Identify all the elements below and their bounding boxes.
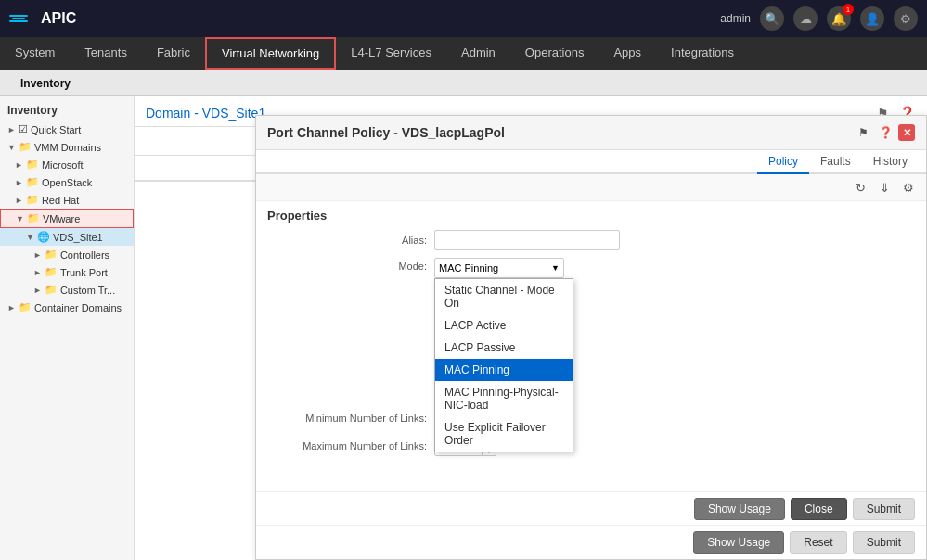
settings-icon[interactable]: ⚙ xyxy=(894,6,918,31)
apic-title: APIC xyxy=(41,10,76,27)
modal-footer-1: Show Usage Close Submit xyxy=(256,491,926,526)
menu-virtual-networking[interactable]: Virtual Networking xyxy=(205,37,336,70)
alias-input[interactable] xyxy=(434,230,620,250)
search-icon[interactable]: 🔍 xyxy=(760,6,784,31)
notification-badge: 1 xyxy=(843,4,854,15)
menu-integrations[interactable]: Integrations xyxy=(656,37,749,70)
bell-icon[interactable]: 🔔 1 xyxy=(827,6,851,31)
globe-icon: 🌐 xyxy=(37,231,50,243)
chevron-right-icon: ► xyxy=(15,196,23,205)
admin-username: admin xyxy=(720,12,751,25)
dropdown-item-lacp-passive[interactable]: LACP Passive xyxy=(435,337,573,359)
modal-overlay: Port Channel Policy - VDS_lacpLagPol ⚑ ❓… xyxy=(135,96,927,560)
main-layout: Inventory ► ☑ Quick Start ▼ 📁 VMM Domain… xyxy=(0,96,927,560)
modal-close-button[interactable]: ✕ xyxy=(898,124,915,141)
menu-fabric[interactable]: Fabric xyxy=(142,37,205,70)
sidebar-vmware[interactable]: ▼ 📁 VMware xyxy=(0,209,134,228)
nav-user-area: admin 🔍 ☁ 🔔 1 👤 ⚙ xyxy=(720,6,918,31)
show-usage-button-1[interactable]: Show Usage xyxy=(694,498,785,520)
cisco-logo xyxy=(9,15,28,22)
download-icon[interactable]: ⇓ xyxy=(874,177,895,197)
sidebar-vmm-domains[interactable]: ▼ 📁 VMM Domains xyxy=(0,138,134,156)
modal-title: Port Channel Policy - VDS_lacpLagPol xyxy=(267,125,505,140)
chevron-right-icon: ► xyxy=(33,286,42,295)
chevron-right-icon: ► xyxy=(7,303,16,312)
select-arrow-icon: ▼ xyxy=(551,263,560,273)
mode-select[interactable]: MAC Pinning ▼ xyxy=(434,258,564,278)
submit-button-1[interactable]: Submit xyxy=(853,498,915,520)
max-links-label: Maximum Number of Links: xyxy=(267,440,434,452)
folder-icon: 📁 xyxy=(26,194,39,206)
chevron-right-icon: ► xyxy=(33,250,42,260)
menu-system[interactable]: System xyxy=(0,37,70,70)
max-links-row: Maximum Number of Links: ▲ ▼ PC xyxy=(267,436,915,456)
dropdown-item-static-channel[interactable]: Static Channel - Mode On xyxy=(435,279,573,314)
folder-icon: 📁 xyxy=(45,266,58,278)
modal-toolbar: ↻ ⇓ ⚙ xyxy=(256,174,926,201)
chevron-right-icon: ► xyxy=(15,178,23,187)
menu-bar: System Tenants Fabric Virtual Networking… xyxy=(0,37,927,70)
dropdown-item-lacp-active[interactable]: LACP Active xyxy=(435,314,573,337)
modal-header: Port Channel Policy - VDS_lacpLagPol ⚑ ❓… xyxy=(256,116,926,150)
cloud-icon[interactable]: ☁ xyxy=(793,6,818,31)
mode-row: Mode: MAC Pinning ▼ Static Channel - Mod… xyxy=(267,258,915,278)
sidebar-vds-site1[interactable]: ▼ 🌐 VDS_Site1 xyxy=(0,228,134,246)
dropdown-item-mac-pinning-nic[interactable]: MAC Pinning-Physical-NIC-load xyxy=(435,381,573,416)
modal-help-icon[interactable]: ❓ xyxy=(876,123,895,142)
submenu-inventory[interactable]: Inventory xyxy=(9,70,82,95)
properties-section: Properties Alias: Mode: MAC Pinning xyxy=(256,201,926,471)
modal-tab-history[interactable]: History xyxy=(862,150,919,174)
sidebar-trunk-port[interactable]: ► 📁 Trunk Port xyxy=(0,263,134,281)
settings-icon[interactable]: ⚙ xyxy=(898,177,919,197)
dropdown-item-mac-pinning[interactable]: MAC Pinning xyxy=(435,359,573,381)
menu-tenants[interactable]: Tenants xyxy=(70,37,142,70)
quick-start-icon: ☑ xyxy=(19,123,28,135)
chevron-down-icon: ▼ xyxy=(16,214,24,223)
sidebar-openstack[interactable]: ► 📁 OpenStack xyxy=(0,173,134,191)
alias-row: Alias: xyxy=(267,230,915,250)
menu-apps[interactable]: Apps xyxy=(599,37,656,70)
mode-select-wrapper: MAC Pinning ▼ Static Channel - Mode On L… xyxy=(434,258,564,278)
min-links-label: Minimum Number of Links: xyxy=(267,413,434,424)
alias-label: Alias: xyxy=(267,235,434,246)
submit-button-2[interactable]: Submit xyxy=(853,531,915,554)
sidebar-microsoft[interactable]: ► 📁 Microsoft xyxy=(0,156,134,173)
modal-tab-row: Policy Faults History xyxy=(256,150,926,174)
port-channel-modal: Port Channel Policy - VDS_lacpLagPol ⚑ ❓… xyxy=(255,115,927,560)
top-navbar: APIC admin 🔍 ☁ 🔔 1 👤 ⚙ xyxy=(0,0,927,37)
chevron-down-icon: ▼ xyxy=(26,233,34,242)
close-button[interactable]: Close xyxy=(791,498,847,520)
sidebar: Inventory ► ☑ Quick Start ▼ 📁 VMM Domain… xyxy=(0,96,135,560)
modal-footer-2: Show Usage Reset Submit xyxy=(256,525,926,559)
content-area: Domain - VDS_Site1 ⚑ ❓ Policy Operationa… xyxy=(135,96,927,560)
refresh-icon[interactable]: ↻ xyxy=(850,177,870,197)
chevron-down-icon: ▼ xyxy=(7,143,16,152)
modal-bookmark-icon[interactable]: ⚑ xyxy=(854,123,872,142)
sidebar-red-hat[interactable]: ► 📁 Red Hat xyxy=(0,191,134,209)
menu-operations[interactable]: Operations xyxy=(510,37,599,70)
show-usage-button-2[interactable]: Show Usage xyxy=(693,531,784,554)
reset-button[interactable]: Reset xyxy=(790,531,846,554)
chevron-right-icon: ► xyxy=(33,268,42,277)
menu-admin[interactable]: Admin xyxy=(446,37,510,70)
mode-select-container: MAC Pinning ▼ xyxy=(434,258,564,278)
sidebar-custom-tr[interactable]: ► 📁 Custom Tr... xyxy=(0,281,134,299)
folder-icon: 📁 xyxy=(19,301,32,313)
sidebar-container-domains[interactable]: ► 📁 Container Domains xyxy=(0,299,134,316)
properties-title: Properties xyxy=(267,209,915,223)
folder-icon: 📁 xyxy=(19,141,32,153)
folder-icon: 📁 xyxy=(27,212,40,224)
menu-l4-l7[interactable]: L4-L7 Services xyxy=(336,37,446,70)
sidebar-quick-start[interactable]: ► ☑ Quick Start xyxy=(0,121,134,138)
modal-tab-policy[interactable]: Policy xyxy=(757,150,809,174)
modal-tab-faults[interactable]: Faults xyxy=(809,150,862,174)
user-icon[interactable]: 👤 xyxy=(860,6,884,31)
modal-header-icons: ⚑ ❓ ✕ xyxy=(854,123,915,142)
folder-icon: 📁 xyxy=(26,176,39,188)
dropdown-item-explicit-failover[interactable]: Use Explicit Failover Order xyxy=(435,416,573,452)
sidebar-controllers[interactable]: ► 📁 Controllers xyxy=(0,246,134,263)
mode-label: Mode: xyxy=(267,258,434,272)
sub-menu: Inventory xyxy=(0,70,927,96)
folder-icon: 📁 xyxy=(45,284,58,296)
folder-icon: 📁 xyxy=(26,159,39,171)
